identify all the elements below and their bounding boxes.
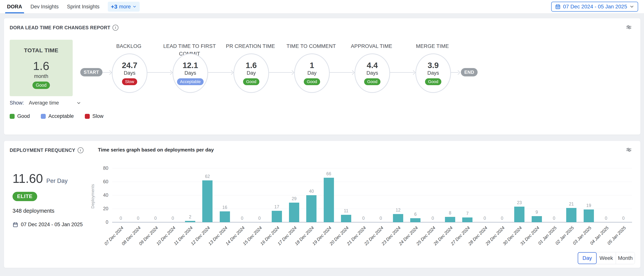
date-range-button[interactable]: 07 Dec 2024 - 05 Jan 2025 (551, 2, 638, 12)
legend-swatch (41, 114, 46, 119)
bar-value-label: 0 (165, 216, 180, 221)
bar[interactable] (566, 208, 576, 222)
bar-value-label: 0 (494, 216, 510, 221)
flow-end-node: END (461, 68, 478, 76)
tab-dev-insights-label: Dev Insights (30, 4, 59, 10)
granularity-day-button[interactable]: Day (578, 252, 596, 264)
show-dropdown[interactable]: Show: Average time (10, 100, 81, 106)
stage-value: 1.6 (246, 61, 257, 70)
legend-swatch (10, 114, 14, 119)
bar-value-label: 11 (338, 208, 354, 213)
stage-value: 3.9 (428, 61, 439, 70)
more-tabs-count: +3 (111, 4, 117, 10)
tab-dora[interactable]: DORA (7, 0, 22, 13)
bar[interactable] (272, 211, 282, 222)
lead-time-card: DORA LEAD TIME FOR CHANGES REPORT i TOTA… (4, 18, 640, 135)
bar-value-label: 7 (460, 211, 475, 216)
stage-unit: Day (308, 70, 316, 76)
lead-time-legend: GoodAcceptableSlow (10, 113, 104, 119)
bar[interactable] (185, 221, 195, 222)
granularity-week-button[interactable]: Week (596, 252, 616, 264)
bar-value-label: 16 (217, 205, 232, 210)
bar[interactable] (202, 180, 212, 222)
bar-value-label: 2 (182, 214, 198, 220)
show-dropdown-value: Average time (29, 100, 76, 106)
bar-value-label: 62 (200, 174, 215, 179)
stage-value: 4.4 (367, 61, 378, 70)
show-dropdown-label: Show: (10, 100, 24, 106)
flow-arrow-head (229, 70, 234, 75)
y-tick-label: 60 (93, 179, 108, 184)
bar-value-label: 0 (546, 216, 562, 221)
bar[interactable] (445, 217, 455, 222)
legend-item: Good (10, 113, 30, 119)
tab-dora-label: DORA (7, 4, 22, 10)
active-tab-underline (5, 12, 24, 13)
tab-dev-insights[interactable]: Dev Insights (30, 0, 59, 13)
stage-title: PR CREATION TIME (218, 42, 283, 50)
bar-value-label: 0 (356, 216, 371, 221)
granularity-month-button[interactable]: Month (616, 252, 635, 264)
legend-label: Slow (92, 113, 104, 119)
bar-value-label: 9 (529, 210, 544, 215)
stage-circle: 4.4DaysGood (354, 53, 390, 93)
bar[interactable] (393, 214, 403, 222)
more-tabs-label: more (119, 4, 131, 10)
stage-title: APPROVAL TIME (339, 42, 404, 50)
bar[interactable] (220, 211, 230, 222)
bar-value-label: 0 (113, 216, 128, 221)
stage-circle: 12.1DaysAcceptable (172, 53, 208, 93)
bar[interactable] (341, 215, 351, 222)
bar-value-label: 23 (512, 200, 527, 205)
more-tabs-button[interactable]: +3 more (108, 2, 140, 12)
deployment-chart: Deployments 020406080007 Dec 2024008 Dec… (4, 141, 640, 268)
legend-label: Acceptable (48, 113, 74, 119)
calendar-icon (555, 4, 561, 10)
deployment-frequency-card: DEPLOYMENT FREQUENCY i Time series graph… (4, 141, 640, 268)
bar-value-label: 66 (321, 171, 336, 176)
bar-value-label: 19 (581, 203, 596, 208)
legend-label: Good (17, 113, 30, 119)
bar[interactable] (462, 217, 472, 222)
bar-value-label: 0 (425, 216, 440, 221)
bar-value-label: 17 (269, 204, 284, 209)
flow-arrow-head (456, 70, 460, 75)
stage-value: 24.7 (122, 61, 138, 70)
bar[interactable] (584, 209, 594, 222)
top-tab-bar: DORA Dev Insights Sprint Insights +3 mor… (0, 0, 644, 14)
bar-value-label: 8 (442, 210, 458, 216)
bar[interactable] (324, 178, 334, 222)
stage-badge: Good (425, 78, 441, 85)
bar-value-label: 0 (616, 216, 631, 221)
stage-value: 12.1 (182, 61, 198, 70)
chevron-down-icon (76, 100, 81, 105)
stage-circle: 1.6DayGood (234, 53, 269, 93)
flow-arrow-line (268, 72, 292, 73)
flow-start-node: START (80, 68, 102, 76)
bar[interactable] (410, 218, 420, 222)
y-tick-label: 40 (93, 192, 108, 198)
flow-arrow-head (350, 70, 354, 75)
stage-unit: Days (427, 70, 439, 76)
stage-unit: Days (124, 70, 136, 76)
flow-arrow-head (107, 70, 112, 75)
granularity-toggle: DayWeekMonth (578, 252, 635, 264)
y-tick-label: 20 (93, 206, 108, 211)
bar-value-label: 0 (598, 216, 614, 221)
bar[interactable] (532, 216, 542, 222)
chevron-down-icon (132, 5, 136, 9)
report-tabs: DORA Dev Insights Sprint Insights +3 mor… (0, 0, 140, 13)
tab-sprint-insights[interactable]: Sprint Insights (67, 0, 100, 13)
bar[interactable] (306, 195, 316, 222)
bar[interactable] (289, 203, 299, 222)
legend-item: Slow (85, 113, 104, 119)
grid-line (112, 209, 632, 209)
bar-value-label: 6 (408, 212, 423, 217)
bar[interactable] (514, 207, 524, 222)
flow-arrow-line (328, 72, 353, 73)
chevron-down-icon (630, 4, 634, 9)
stage-unit: Days (366, 70, 378, 76)
stage-circle: 1DayGood (294, 53, 330, 93)
bar-value-label: 0 (373, 216, 388, 221)
legend-swatch (85, 114, 90, 119)
